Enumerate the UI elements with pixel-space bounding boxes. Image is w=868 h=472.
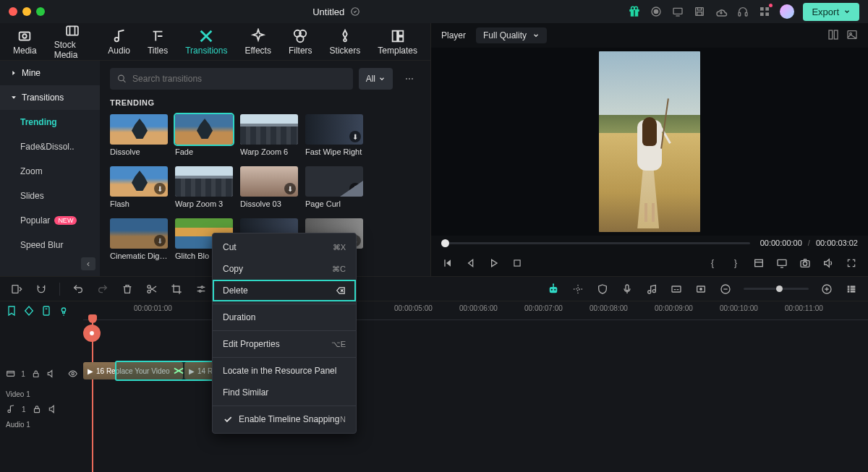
ctx-locate[interactable]: Locate in the Resource Panel bbox=[213, 360, 356, 382]
tab-titles[interactable]: Titles bbox=[140, 23, 175, 60]
save-icon[interactable] bbox=[693, 5, 706, 18]
sidebar-group-transitions[interactable]: Transitions bbox=[0, 85, 100, 110]
tab-filters[interactable]: Filters bbox=[281, 23, 320, 60]
fullscreen-button[interactable] bbox=[845, 257, 858, 270]
transition-card[interactable]: ⬇Fast Wipe Right bbox=[305, 114, 363, 156]
search-field[interactable] bbox=[110, 68, 353, 90]
transition-card[interactable]: ⬇Cinematic Digit… bbox=[110, 218, 168, 260]
transition-card[interactable]: Fade bbox=[175, 114, 233, 156]
brace-close-icon[interactable]: } bbox=[729, 257, 742, 270]
tab-audio[interactable]: Audio bbox=[101, 23, 137, 60]
mic-icon[interactable] bbox=[621, 283, 634, 296]
bookmark-icon[interactable] bbox=[41, 305, 52, 317]
close-window-icon[interactable] bbox=[9, 7, 17, 16]
crop-button[interactable] bbox=[170, 283, 183, 296]
sparkle-icon[interactable] bbox=[571, 283, 584, 296]
zoom-slider[interactable] bbox=[744, 288, 809, 290]
ctx-copy[interactable]: Copy⌘C bbox=[213, 258, 356, 280]
sidebar-item-speed-blur[interactable]: Speed Blur bbox=[0, 233, 100, 257]
headphones-icon[interactable] bbox=[736, 5, 749, 18]
timeline-ruler[interactable]: 00:00:01:0000:00:05:0000:00:06:0000:00:0… bbox=[83, 301, 868, 320]
visibility-icon[interactable] bbox=[68, 369, 77, 379]
ai-robot-icon[interactable] bbox=[547, 283, 560, 296]
picture-icon[interactable] bbox=[846, 29, 858, 43]
sidebar-group-mine[interactable]: Mine bbox=[0, 61, 100, 85]
playhead[interactable] bbox=[92, 320, 93, 472]
ctx-snapping[interactable]: Enable Timeline SnappingN bbox=[213, 408, 356, 430]
lock-icon[interactable] bbox=[31, 369, 41, 379]
snapshot-button[interactable] bbox=[799, 257, 812, 270]
user-avatar[interactable] bbox=[780, 4, 794, 19]
transition-card[interactable]: ⬇Page Curl bbox=[305, 166, 363, 208]
shield-icon[interactable] bbox=[596, 283, 609, 296]
search-input[interactable] bbox=[132, 74, 346, 84]
grid-view-icon[interactable] bbox=[827, 29, 839, 43]
tab-media[interactable]: Media bbox=[6, 23, 44, 60]
tab-effects[interactable]: Effects bbox=[237, 23, 278, 60]
quality-dropdown[interactable]: Full Quality bbox=[476, 27, 547, 43]
transition-card[interactable]: ⬇Warp Zoom 3 bbox=[175, 166, 233, 208]
split-button[interactable] bbox=[145, 283, 158, 296]
minimize-window-icon[interactable] bbox=[22, 7, 31, 16]
volume-button[interactable] bbox=[822, 257, 835, 270]
mask-icon[interactable] bbox=[694, 283, 707, 296]
collapse-sidebar-button[interactable]: ‹ bbox=[81, 257, 95, 270]
delete-button[interactable] bbox=[121, 283, 134, 296]
mute-icon[interactable] bbox=[46, 369, 56, 379]
preview-canvas[interactable] bbox=[431, 48, 868, 236]
filter-all-dropdown[interactable]: All bbox=[359, 68, 393, 90]
transition-card[interactable]: ⬇Dissolve 03 bbox=[240, 166, 298, 208]
brace-open-icon[interactable]: { bbox=[706, 257, 719, 270]
ctx-edit-properties[interactable]: Edit Properties⌥E bbox=[213, 333, 356, 355]
record-icon[interactable] bbox=[650, 5, 663, 18]
tab-templates[interactable]: Templates bbox=[370, 23, 425, 60]
zoom-out-button[interactable] bbox=[719, 283, 732, 296]
stop-button[interactable] bbox=[511, 257, 524, 270]
layout-icon[interactable] bbox=[752, 257, 765, 270]
undo-button[interactable] bbox=[72, 283, 85, 296]
play-button[interactable] bbox=[488, 257, 501, 270]
lock-icon[interactable] bbox=[32, 404, 42, 414]
svg-point-38 bbox=[803, 262, 807, 265]
sidebar-item-popular[interactable]: PopularNEW bbox=[0, 208, 100, 233]
keyframe-icon[interactable] bbox=[23, 305, 35, 317]
ctx-duration[interactable]: Duration bbox=[213, 306, 356, 328]
redo-button[interactable] bbox=[96, 283, 109, 296]
subtitle-icon[interactable] bbox=[670, 283, 683, 296]
cursor-tool-icon[interactable] bbox=[10, 283, 23, 296]
tab-stock-media[interactable]: Stock Media bbox=[47, 23, 98, 60]
ctx-find-similar[interactable]: Find Similar bbox=[213, 382, 356, 403]
fullscreen-window-icon[interactable] bbox=[36, 7, 45, 16]
play-back-button[interactable] bbox=[464, 257, 477, 270]
transition-card[interactable]: ⬇Warp Zoom 6 bbox=[240, 114, 298, 156]
transition-card[interactable]: ⬇Flash bbox=[110, 166, 168, 208]
view-options-button[interactable] bbox=[845, 283, 858, 296]
magnet-icon[interactable] bbox=[35, 283, 48, 296]
ctx-delete[interactable]: Delete bbox=[213, 280, 356, 301]
light-icon[interactable] bbox=[58, 305, 69, 317]
prev-frame-button[interactable] bbox=[441, 257, 454, 270]
music-icon[interactable] bbox=[645, 283, 658, 296]
cloud-download-icon[interactable] bbox=[715, 5, 728, 18]
export-button[interactable]: Export bbox=[803, 3, 859, 21]
tab-transitions[interactable]: Transitions bbox=[178, 23, 234, 60]
sidebar-item-trending[interactable]: Trending bbox=[0, 110, 100, 134]
zoom-in-button[interactable] bbox=[820, 283, 833, 296]
gift-icon[interactable] bbox=[628, 5, 641, 18]
sidebar-item-zoom[interactable]: Zoom bbox=[0, 159, 100, 184]
apps-icon[interactable] bbox=[758, 5, 771, 18]
sidebar-item-slides[interactable]: Slides bbox=[0, 184, 100, 208]
ctx-cut[interactable]: Cut⌘X bbox=[213, 236, 356, 258]
sidebar-item-fade-dissol-[interactable]: Fade&Dissol.. bbox=[0, 134, 100, 159]
display-icon[interactable] bbox=[775, 257, 788, 270]
adjust-button[interactable] bbox=[195, 283, 208, 296]
transition-card[interactable]: Dissolve bbox=[110, 114, 168, 156]
assist-bubble[interactable] bbox=[83, 325, 101, 342]
marker-icon[interactable] bbox=[6, 305, 17, 317]
tab-stickers[interactable]: Stickers bbox=[323, 23, 368, 60]
more-options-button[interactable]: ⋯ bbox=[399, 68, 420, 90]
screen-icon[interactable] bbox=[671, 5, 684, 18]
player-seekbar[interactable]: 00:00:00:00 / 00:00:03:02 bbox=[431, 236, 868, 250]
timeline-panel: ⟨ ⟩ 00:00:01:0000:00:05:0000:00:06:0000:… bbox=[0, 276, 868, 472]
mute-icon[interactable] bbox=[48, 404, 58, 414]
